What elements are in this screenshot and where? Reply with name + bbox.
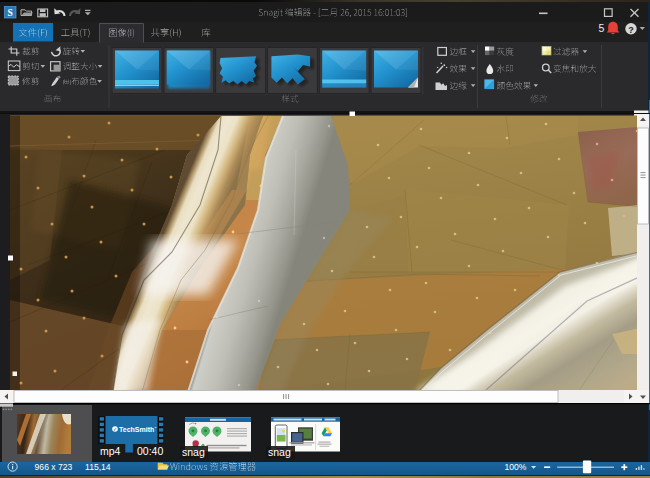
svg-text:966 x 723: 966 x 723 (35, 462, 73, 472)
svg-text:100%: 100% (505, 462, 527, 472)
svg-text:115,14: 115,14 (85, 462, 111, 472)
